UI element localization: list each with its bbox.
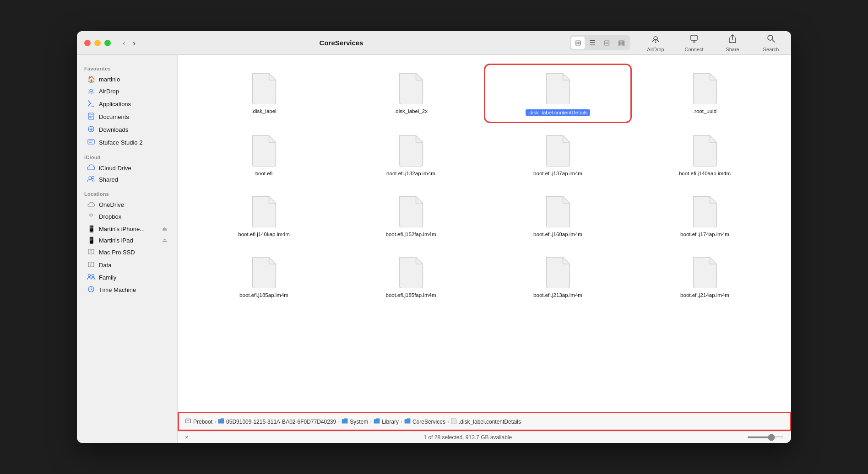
iphone-eject-icon[interactable]: ⏏ bbox=[162, 226, 167, 232]
zoom-range-input[interactable] bbox=[747, 436, 784, 438]
file-icon-boot_efi_j137ap bbox=[543, 134, 573, 167]
file-item-boot_efi_j185ap[interactable]: boot.efi.j185ap.im4m bbox=[192, 250, 336, 303]
stuface-icon bbox=[87, 138, 95, 147]
file-item-boot_efi_j137ap[interactable]: boot.efi.j137ap.im4m bbox=[486, 128, 629, 182]
data-icon bbox=[87, 261, 95, 269]
sidebar-item-martinlo[interactable]: 🏠 martinlo bbox=[80, 74, 174, 85]
sidebar-item-iphone[interactable]: 📱 Martin's iPhone... ⏏ bbox=[80, 223, 174, 234]
file-item-root_uuid[interactable]: .root_uuid bbox=[633, 66, 776, 121]
statusbar-close-button[interactable]: × bbox=[185, 434, 189, 441]
sidebar-item-documents[interactable]: Documents bbox=[80, 111, 174, 123]
column-view-button[interactable]: ⊟ bbox=[600, 37, 613, 49]
sidebar-item-stuface[interactable]: Stuface Studio 2 bbox=[80, 136, 174, 149]
zoom-slider[interactable] bbox=[747, 436, 784, 438]
sidebar-item-icloud-drive[interactable]: iCloud Drive bbox=[80, 162, 174, 173]
file-icon-boot_efi_j160ap bbox=[543, 194, 573, 227]
sidebar-item-timemachine[interactable]: Time Machine bbox=[80, 284, 174, 296]
file-item-boot_efi_j132ap[interactable]: boot.efi.j132ap.im4m bbox=[339, 128, 483, 182]
sidebar-item-ipad[interactable]: 📱 Martin's iPad ⏏ bbox=[80, 235, 174, 246]
sidebar-item-shared[interactable]: Shared bbox=[80, 174, 174, 185]
path-separator-1: › bbox=[338, 419, 340, 425]
sidebar-item-downloads[interactable]: Downloads bbox=[80, 124, 174, 136]
svg-point-10 bbox=[92, 177, 94, 179]
file-item-boot_efi_j174ap[interactable]: boot.efi.j174ap.im4m bbox=[633, 189, 776, 242]
svg-rect-8 bbox=[88, 140, 94, 144]
path-separator-3: › bbox=[401, 419, 402, 425]
search-action[interactable]: Search bbox=[758, 33, 784, 52]
file-item-boot_efi[interactable]: boot.efi bbox=[192, 128, 336, 182]
onedrive-icon bbox=[87, 201, 95, 208]
file-item-boot_efi_j160ap[interactable]: boot.efi.j160ap.im4m bbox=[486, 189, 629, 242]
path-item-2[interactable]: System bbox=[342, 418, 368, 426]
path-item-0[interactable]: Preboot bbox=[185, 418, 212, 426]
path-separator-4: › bbox=[447, 419, 449, 425]
connect-icon bbox=[689, 33, 699, 46]
sidebar-item-onedrive[interactable]: OneDrive bbox=[80, 199, 174, 210]
path-item-1[interactable]: 05D91009-1215-311A-BA02-6F0D77D40239 bbox=[218, 418, 336, 426]
sidebar-documents-label: Documents bbox=[99, 113, 129, 120]
svg-rect-18 bbox=[186, 419, 191, 423]
sidebar-item-dropbox[interactable]: Dropbox bbox=[80, 210, 174, 223]
airdrop-label: AirDrop bbox=[647, 47, 664, 52]
status-text: 1 of 28 selected, 913.7 GB available bbox=[189, 434, 747, 441]
sidebar-item-applications[interactable]: Applications bbox=[80, 98, 174, 110]
file-name-disk_label_2x: .disk_label_2x bbox=[394, 108, 428, 115]
svg-rect-2 bbox=[691, 35, 697, 40]
close-button[interactable] bbox=[84, 40, 91, 46]
file-item-boot_efi_j140kap[interactable]: boot.efi.j140kap.im4m bbox=[192, 189, 336, 242]
home-icon: 🏠 bbox=[87, 75, 95, 83]
icon-view-button[interactable]: ⊞ bbox=[571, 37, 585, 49]
svg-point-1 bbox=[655, 42, 656, 43]
sidebar-item-airdrop[interactable]: AirDrop bbox=[80, 85, 174, 97]
share-icon bbox=[727, 33, 738, 46]
connect-action[interactable]: Connect bbox=[681, 33, 707, 52]
sidebar-item-macpro[interactable]: Mac Pro SSD bbox=[80, 246, 174, 259]
sidebar-item-data[interactable]: Data bbox=[80, 259, 174, 271]
file-item-disk_label_contentDetails[interactable]: .disk_label.contentDetails bbox=[486, 66, 629, 121]
share-action[interactable]: Share bbox=[720, 33, 745, 52]
file-item-boot_efi_j185fap[interactable]: boot.efi.j185fap.im4m bbox=[339, 250, 483, 303]
path-icon-3 bbox=[374, 418, 380, 426]
path-item-5[interactable]: .disk_label.contentDetails bbox=[451, 418, 521, 426]
maximize-button[interactable] bbox=[104, 40, 111, 46]
file-icon-root_uuid bbox=[690, 71, 720, 104]
timemachine-icon bbox=[87, 285, 95, 294]
svg-point-15 bbox=[88, 275, 91, 277]
sidebar-item-family[interactable]: Family bbox=[80, 272, 174, 283]
file-name-root_uuid: .root_uuid bbox=[693, 108, 716, 115]
sidebar-stuface-label: Stuface Studio 2 bbox=[99, 139, 142, 146]
file-name-boot_efi_j213ap: boot.efi.j213ap.im4m bbox=[533, 292, 582, 299]
file-name-disk_label: .disk_label bbox=[251, 108, 276, 115]
path-item-4[interactable]: CoreServices bbox=[404, 418, 445, 426]
ipad-eject-icon[interactable]: ⏏ bbox=[162, 237, 167, 243]
file-name-boot_efi: boot.efi bbox=[255, 170, 273, 177]
file-item-disk_label[interactable]: .disk_label bbox=[192, 66, 336, 121]
file-item-boot_efi_j152fap[interactable]: boot.efi.j152fap.im4m bbox=[339, 189, 483, 242]
path-icon-4 bbox=[404, 418, 411, 426]
file-item-boot_efi_j213ap[interactable]: boot.efi.j213ap.im4m bbox=[486, 250, 629, 303]
family-icon bbox=[87, 274, 95, 281]
gallery-view-button[interactable]: ▦ bbox=[614, 37, 629, 49]
file-content: .disk_label .disk_label_2x .disk_label.c… bbox=[178, 55, 791, 412]
documents-icon bbox=[87, 113, 95, 121]
file-item-boot_efi_j214ap[interactable]: boot.efi.j214ap.im4m bbox=[633, 250, 776, 303]
file-item-disk_label_2x[interactable]: .disk_label_2x bbox=[339, 66, 483, 121]
path-icon-2 bbox=[342, 418, 348, 426]
minimize-button[interactable] bbox=[94, 40, 101, 46]
file-name-disk_label_contentDetails: .disk_label.contentDetails bbox=[526, 108, 590, 116]
path-item-3[interactable]: Library bbox=[374, 418, 399, 426]
airdrop-action[interactable]: AirDrop bbox=[643, 33, 668, 52]
path-label-3: Library bbox=[382, 419, 399, 425]
list-view-button[interactable]: ☰ bbox=[586, 37, 599, 49]
airdrop-icon bbox=[651, 33, 661, 46]
file-name-boot_efi_j132ap: boot.efi.j132ap.im4m bbox=[386, 170, 435, 177]
macpro-icon bbox=[87, 248, 95, 257]
path-icon-5 bbox=[451, 418, 457, 426]
titlebar: ‹ › CoreServices ⊞ ☰ ⊟ ▦ AirDrop bbox=[77, 31, 791, 55]
file-icon-boot_efi bbox=[250, 134, 279, 167]
search-label: Search bbox=[763, 47, 779, 52]
file-icon-boot_efi_j140aap bbox=[690, 134, 720, 167]
file-name-boot_efi_j160ap: boot.efi.j160ap.im4m bbox=[533, 231, 582, 238]
file-icon-boot_efi_j174ap bbox=[690, 194, 720, 227]
file-item-boot_efi_j140aap[interactable]: boot.efi.j140aap.im4m bbox=[633, 128, 776, 182]
